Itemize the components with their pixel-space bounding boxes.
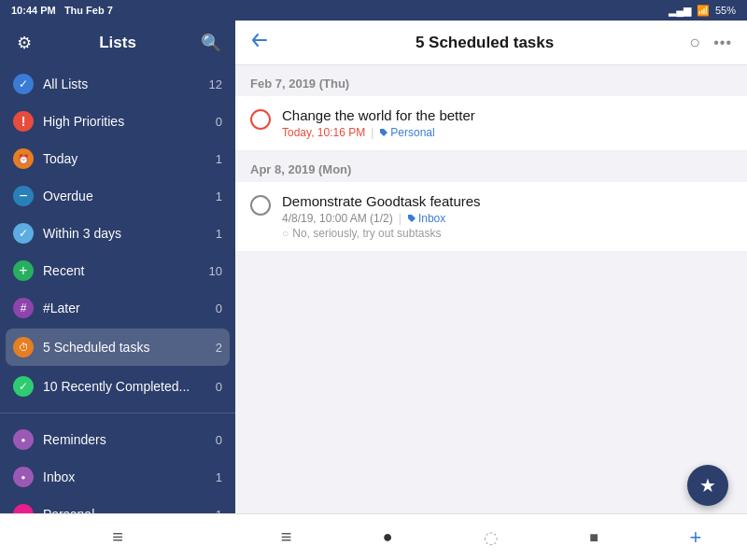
section-header-feb7: Feb 7, 2019 (Thu) bbox=[235, 65, 747, 96]
sidebar-item-personal[interactable]: ● Personal 1 bbox=[0, 496, 235, 513]
sidebar-count-overdue: 1 bbox=[207, 189, 222, 203]
sidebar-item-all-lists[interactable]: ✓ All Lists 12 bbox=[0, 65, 235, 103]
status-bar: 10:44 PM Thu Feb 7 ▂▄▆ 📶 55% bbox=[0, 0, 747, 21]
sidebar-item-recent[interactable]: + Recent 10 bbox=[0, 252, 235, 289]
bottom-bar: ≡ ≡ ● ◌ ■ + bbox=[0, 513, 747, 560]
sidebar-item-completed[interactable]: ✓ 10 Recently Completed... 0 bbox=[0, 368, 235, 405]
sidebar-item-today[interactable]: ⏰ Today 1 bbox=[0, 140, 235, 177]
task-circle-2[interactable] bbox=[250, 195, 271, 216]
inbox-icon: ● bbox=[13, 467, 34, 487]
sidebar-count-high-priorities: 0 bbox=[207, 115, 222, 129]
sidebar-title: Lists bbox=[35, 34, 200, 52]
main-header: 5 Scheduled tasks ○ ••• bbox=[235, 21, 747, 65]
sidebar-label-overdue: Overdue bbox=[43, 189, 207, 203]
status-time: 10:44 PM Thu Feb 7 bbox=[11, 5, 113, 16]
sidebar-count-recent: 10 bbox=[207, 264, 222, 278]
menu-icon[interactable]: ≡ bbox=[112, 526, 123, 548]
task-title-1: Change the world for the better bbox=[282, 107, 732, 123]
bottom-menu-btn[interactable]: ≡ bbox=[281, 526, 292, 548]
bottom-spinner-btn[interactable]: ◌ bbox=[484, 527, 499, 548]
sidebar-divider bbox=[0, 413, 235, 413]
main-content: 5 Scheduled tasks ○ ••• Feb 7, 2019 (Thu… bbox=[235, 21, 747, 513]
bottom-square-btn[interactable]: ■ bbox=[589, 529, 599, 546]
today-icon: ⏰ bbox=[13, 148, 34, 169]
sidebar-list: ✓ All Lists 12 ! High Priorities 0 ⏰ Tod… bbox=[0, 65, 235, 513]
high-priorities-icon: ! bbox=[13, 111, 34, 132]
search-icon[interactable]: 🔍 bbox=[200, 33, 222, 53]
task-date-1: Today, 10:16 PM bbox=[282, 126, 365, 139]
fab-button[interactable]: ★ bbox=[687, 465, 728, 506]
bottom-left: ≡ bbox=[0, 514, 235, 560]
reminders-icon: ● bbox=[13, 429, 34, 450]
scheduled-icon: ⏱ bbox=[13, 337, 34, 357]
section-header-apr8: Apr 8, 2019 (Mon) bbox=[235, 151, 747, 182]
sidebar-header: ⚙ Lists 🔍 bbox=[0, 21, 235, 65]
sidebar-item-reminders[interactable]: ● Reminders 0 bbox=[0, 421, 235, 458]
sidebar-count-later: 0 bbox=[207, 301, 222, 315]
main-title: 5 Scheduled tasks bbox=[280, 34, 689, 52]
personal-icon: ● bbox=[13, 504, 34, 513]
sidebar-item-later[interactable]: # #Later 0 bbox=[0, 289, 235, 327]
header-actions: ○ ••• bbox=[689, 32, 732, 53]
task-list: Feb 7, 2019 (Thu) Change the world for t… bbox=[235, 65, 747, 513]
task-item-2[interactable]: Demonstrate Goodtask features 4/8/19, 10… bbox=[235, 182, 747, 252]
wifi-icon: 📶 bbox=[697, 5, 710, 17]
sidebar-item-within3[interactable]: ✓ Within 3 days 1 bbox=[0, 215, 235, 252]
sidebar-item-scheduled[interactable]: ⏱ 5 Scheduled tasks 2 bbox=[6, 329, 230, 366]
sidebar-count-completed: 0 bbox=[207, 380, 222, 394]
sidebar-label-later: #Later bbox=[43, 301, 207, 315]
sidebar-label-personal: Personal bbox=[43, 507, 207, 513]
sidebar-count-all-lists: 12 bbox=[207, 77, 222, 91]
sidebar-label-all-lists: All Lists bbox=[43, 77, 207, 91]
task-subtask-2: ○ No, seriously, try out subtasks bbox=[282, 227, 732, 240]
sidebar-count-scheduled: 2 bbox=[207, 341, 222, 355]
task-tag-separator-2: | bbox=[399, 212, 402, 225]
back-button[interactable] bbox=[250, 31, 269, 54]
overdue-icon: − bbox=[13, 186, 34, 206]
sidebar-count-today: 1 bbox=[207, 152, 222, 166]
completed-icon: ✓ bbox=[13, 376, 34, 397]
status-right: ▂▄▆ 📶 55% bbox=[669, 5, 736, 17]
circle-button[interactable]: ○ bbox=[689, 32, 700, 53]
sidebar-label-today: Today bbox=[43, 151, 207, 166]
task-tag-1: Personal bbox=[379, 126, 434, 139]
battery-text: 55% bbox=[715, 5, 736, 16]
app-container: ⚙ Lists 🔍 ✓ All Lists 12 ! High Prioriti… bbox=[0, 21, 747, 513]
task-circle-1[interactable] bbox=[250, 109, 271, 130]
signal-icon: ▂▄▆ bbox=[669, 5, 691, 17]
sidebar-label-inbox: Inbox bbox=[43, 469, 207, 484]
sidebar-label-scheduled: 5 Scheduled tasks bbox=[43, 340, 207, 355]
task-tag-2: Inbox bbox=[407, 212, 445, 225]
task-meta-1: Today, 10:16 PM | Personal bbox=[282, 126, 732, 139]
sidebar-count-reminders: 0 bbox=[207, 433, 222, 447]
within3-icon: ✓ bbox=[13, 223, 34, 244]
sidebar-label-completed: 10 Recently Completed... bbox=[43, 379, 207, 394]
more-button[interactable]: ••• bbox=[713, 35, 732, 51]
settings-icon[interactable]: ⚙ bbox=[13, 33, 35, 53]
sidebar-label-high-priorities: High Priorities bbox=[43, 114, 207, 129]
sidebar-label-reminders: Reminders bbox=[43, 432, 207, 447]
sidebar-item-inbox[interactable]: ● Inbox 1 bbox=[0, 458, 235, 496]
task-body-1: Change the world for the better Today, 1… bbox=[282, 107, 732, 139]
sidebar-count-personal: 1 bbox=[207, 508, 222, 514]
sidebar: ⚙ Lists 🔍 ✓ All Lists 12 ! High Prioriti… bbox=[0, 21, 235, 513]
sidebar-item-high-priorities[interactable]: ! High Priorities 0 bbox=[0, 103, 235, 140]
task-body-2: Demonstrate Goodtask features 4/8/19, 10… bbox=[282, 193, 732, 240]
bottom-right: ≡ ● ◌ ■ + bbox=[235, 514, 747, 560]
task-tag-separator-1: | bbox=[371, 126, 374, 139]
recent-icon: + bbox=[13, 260, 34, 281]
task-title-2: Demonstrate Goodtask features bbox=[282, 193, 732, 209]
later-icon: # bbox=[13, 298, 34, 318]
sidebar-count-inbox: 1 bbox=[207, 470, 222, 484]
bottom-dot-btn[interactable]: ● bbox=[383, 527, 393, 547]
sidebar-label-within3: Within 3 days bbox=[43, 226, 207, 241]
sidebar-count-within3: 1 bbox=[207, 227, 222, 241]
sidebar-item-overdue[interactable]: − Overdue 1 bbox=[0, 177, 235, 215]
all-lists-icon: ✓ bbox=[13, 74, 34, 94]
task-meta-2: 4/8/19, 10:00 AM (1/2) | Inbox bbox=[282, 212, 732, 225]
fab-star-icon: ★ bbox=[699, 474, 716, 497]
sidebar-label-recent: Recent bbox=[43, 263, 207, 278]
task-item-1[interactable]: Change the world for the better Today, 1… bbox=[235, 96, 747, 151]
task-date-2: 4/8/19, 10:00 AM (1/2) bbox=[282, 212, 393, 225]
bottom-add-btn[interactable]: + bbox=[689, 525, 701, 550]
